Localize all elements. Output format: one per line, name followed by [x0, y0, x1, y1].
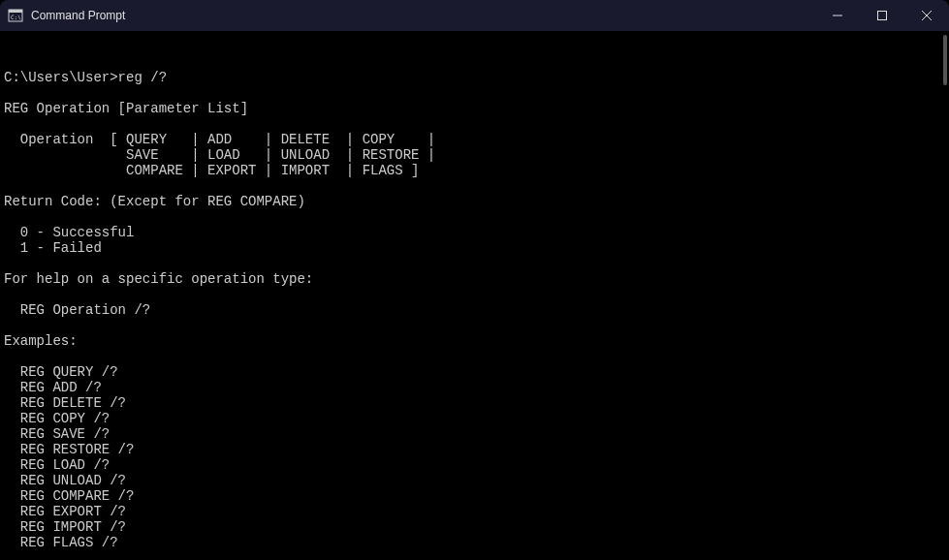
- scrollbar-track[interactable]: [939, 31, 949, 560]
- output-line: Operation [ QUERY | ADD | DELETE | COPY …: [4, 132, 945, 147]
- output-line: REG RESTORE /?: [4, 442, 945, 457]
- output-line: [4, 318, 945, 333]
- output-line: [4, 550, 945, 560]
- output-line: REG COMPARE /?: [4, 488, 945, 504]
- output-line: 0 - Successful: [4, 225, 945, 240]
- output-line: [4, 349, 945, 364]
- output-line: REG EXPORT /?: [4, 504, 945, 519]
- terminal-output: C:\Users\User>reg /? REG Operation [Para…: [4, 70, 945, 560]
- scrollbar-thumb[interactable]: [943, 35, 947, 85]
- window-title: Command Prompt: [31, 9, 125, 22]
- output-line: REG LOAD /?: [4, 457, 945, 473]
- prompt-line: C:\Users\User>reg /?: [4, 70, 945, 85]
- output-line: [4, 287, 945, 302]
- output-line: REG ADD /?: [4, 380, 945, 395]
- output-line: REG SAVE /?: [4, 426, 945, 442]
- output-line: [4, 178, 945, 194]
- svg-rect-1: [9, 10, 22, 13]
- output-line: 1 - Failed: [4, 240, 945, 256]
- output-line: REG Operation [Parameter List]: [4, 101, 945, 116]
- output-line: REG Operation /?: [4, 302, 945, 318]
- minimize-button[interactable]: [815, 0, 860, 31]
- output-line: For help on a specific operation type:: [4, 271, 945, 287]
- output-line: Examples:: [4, 333, 945, 349]
- output-line: Return Code: (Except for REG COMPARE): [4, 194, 945, 209]
- output-line: REG DELETE /?: [4, 395, 945, 411]
- svg-rect-4: [878, 12, 887, 20]
- output-line: REG QUERY /?: [4, 364, 945, 380]
- output-line: REG FLAGS /?: [4, 535, 945, 550]
- output-line: [4, 209, 945, 225]
- window-titlebar[interactable]: C:\ Command Prompt: [0, 0, 949, 31]
- maximize-button[interactable]: [860, 0, 904, 31]
- output-line: REG COPY /?: [4, 411, 945, 426]
- output-line: REG UNLOAD /?: [4, 473, 945, 488]
- close-button[interactable]: [904, 0, 949, 31]
- output-line: SAVE | LOAD | UNLOAD | RESTORE |: [4, 147, 945, 163]
- app-icon: C:\: [8, 8, 23, 23]
- output-line: [4, 256, 945, 271]
- output-line: [4, 116, 945, 132]
- svg-text:C:\: C:\: [11, 14, 21, 20]
- window-controls: [815, 0, 949, 31]
- output-line: COMPARE | EXPORT | IMPORT | FLAGS ]: [4, 163, 945, 178]
- output-line: REG IMPORT /?: [4, 519, 945, 535]
- output-line: [4, 85, 945, 101]
- terminal-viewport[interactable]: C:\Users\User>reg /? REG Operation [Para…: [0, 31, 949, 560]
